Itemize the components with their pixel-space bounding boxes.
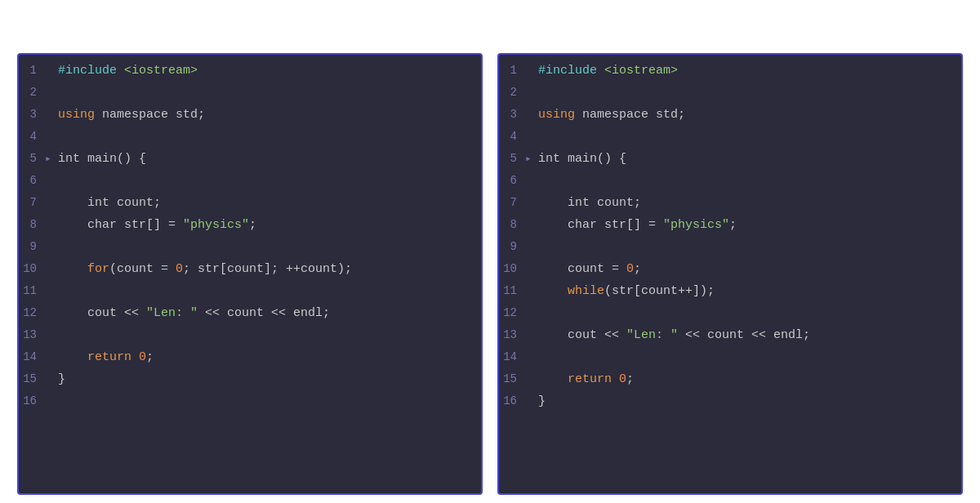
line-code: return 0;: [537, 370, 961, 390]
line-number: 8: [499, 216, 525, 234]
line-number: 16: [19, 392, 45, 411]
code-line: 13 cout << "Len: " << count << endl;: [499, 326, 961, 348]
code-line: 14 return 0;: [19, 348, 481, 370]
code-line: 2: [19, 83, 481, 105]
code-line: 13: [19, 326, 481, 348]
code-line: 9: [499, 238, 961, 260]
line-code: int count;: [56, 194, 481, 214]
code-line: 7 int count;: [19, 194, 481, 216]
token: << count << endl;: [678, 328, 810, 342]
token: 0: [619, 372, 626, 386]
token: }: [538, 394, 546, 408]
code-line: 1#include <iostream>: [499, 61, 961, 83]
code-line: 15}: [19, 370, 481, 392]
code-line: 1#include <iostream>: [19, 61, 481, 83]
code-line: 11: [19, 282, 481, 304]
page: 1#include <iostream>23using namespace st…: [0, 0, 980, 503]
code-line: 2: [499, 83, 961, 105]
code-content-left: 1#include <iostream>23using namespace st…: [19, 55, 481, 421]
token: int main() {: [58, 152, 146, 166]
token: <iostream>: [124, 64, 198, 78]
token: "physics": [663, 218, 729, 232]
code-line: 12 cout << "Len: " << count << endl;: [19, 304, 481, 326]
line-arrow: ▸: [45, 150, 56, 167]
token: cout <<: [58, 306, 146, 320]
line-number: 1: [499, 61, 525, 80]
line-number: 4: [499, 127, 525, 146]
token: ; str[count]; ++count);: [183, 262, 352, 276]
token: for: [58, 262, 109, 276]
line-number: 6: [19, 171, 45, 190]
token: namespace std;: [582, 108, 685, 122]
code-line: 16}: [499, 392, 961, 414]
token: using: [58, 108, 102, 122]
line-code: cout << "Len: " << count << endl;: [56, 304, 481, 324]
line-number: 13: [499, 326, 525, 345]
line-number: 15: [19, 370, 45, 389]
line-number: 16: [499, 392, 525, 411]
line-number: 3: [499, 105, 525, 124]
code-line: 16: [19, 392, 481, 414]
line-number: 5: [19, 149, 45, 168]
code-panels: 1#include <iostream>23using namespace st…: [16, 53, 964, 495]
line-number: 11: [19, 282, 45, 300]
token: int main() {: [538, 152, 626, 166]
line-code: int count;: [537, 194, 961, 214]
line-code: while(str[count++]);: [537, 282, 961, 302]
token: "physics": [183, 218, 249, 232]
line-code: count = 0;: [537, 260, 961, 280]
line-code: #include <iostream>: [537, 61, 961, 82]
token: using: [538, 108, 582, 122]
line-number: 15: [499, 370, 525, 389]
token: #include: [538, 64, 604, 78]
code-line: 6: [499, 171, 961, 194]
token: cout <<: [538, 328, 626, 342]
code-line: 8 char str[] = "physics";: [499, 216, 961, 238]
line-code: int main() {: [56, 149, 481, 170]
code-line: 4: [499, 127, 961, 149]
code-line: 5▸int main() {: [499, 149, 961, 171]
token: <iostream>: [604, 64, 678, 78]
token: ;: [626, 372, 634, 386]
line-number: 9: [499, 238, 525, 256]
line-code: cout << "Len: " << count << endl;: [537, 326, 961, 346]
line-number: 4: [19, 127, 45, 146]
line-number: 10: [499, 260, 525, 278]
token: ;: [634, 262, 641, 276]
line-number: 7: [19, 194, 45, 212]
token: #include: [58, 64, 124, 78]
line-number: 3: [19, 105, 45, 124]
line-number: 2: [19, 83, 45, 102]
line-code: for(count = 0; str[count]; ++count);: [56, 260, 481, 280]
token: return: [58, 350, 139, 364]
token: return: [538, 372, 619, 386]
code-line: 10 for(count = 0; str[count]; ++count);: [19, 260, 481, 282]
token: count =: [538, 262, 626, 276]
line-number: 10: [19, 260, 45, 278]
line-code: char str[] = "physics";: [537, 216, 961, 236]
token: "Len: ": [626, 328, 678, 342]
line-code: }: [537, 392, 961, 412]
token: }: [58, 372, 65, 386]
line-number: 9: [19, 238, 45, 256]
line-arrow: ▸: [525, 150, 537, 167]
line-code: using namespace std;: [56, 105, 481, 126]
line-number: 1: [19, 61, 45, 80]
line-number: 2: [499, 83, 525, 102]
line-code: return 0;: [56, 348, 481, 368]
token: 0: [176, 262, 183, 276]
token: ;: [729, 218, 737, 232]
line-code: using namespace std;: [537, 105, 961, 126]
line-code: }: [56, 370, 481, 390]
token: 0: [139, 350, 146, 364]
line-number: 7: [499, 194, 525, 212]
token: << count << endl;: [198, 306, 330, 320]
code-line: 12: [499, 304, 961, 326]
code-line: 3using namespace std;: [499, 105, 961, 127]
code-line: 7 int count;: [499, 194, 961, 216]
code-line: 11 while(str[count++]);: [499, 282, 961, 304]
token: ;: [146, 350, 154, 364]
line-code: char str[] = "physics";: [56, 216, 481, 236]
token: (str[count++]);: [604, 284, 715, 298]
token: int count;: [58, 196, 161, 210]
